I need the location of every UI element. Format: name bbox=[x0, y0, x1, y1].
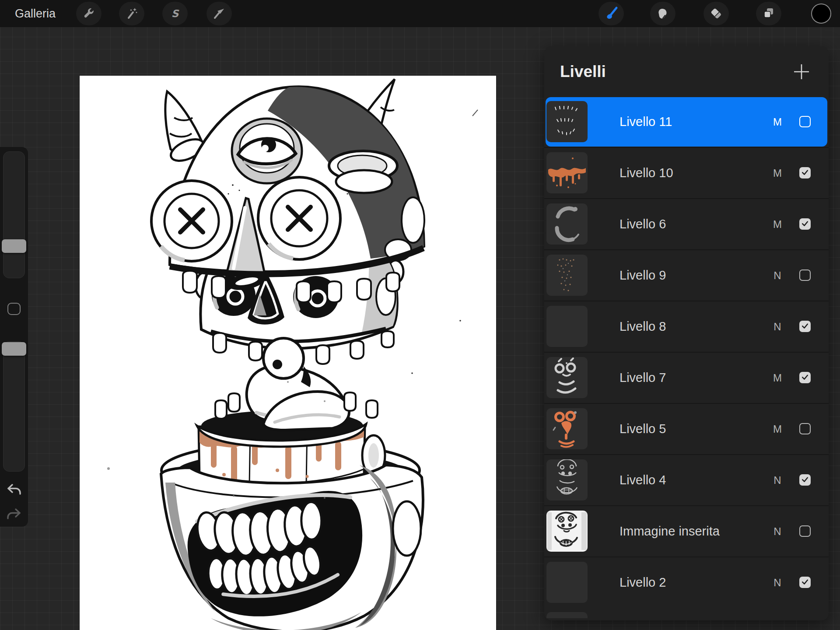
opacity-slider[interactable] bbox=[3, 341, 25, 472]
layer-thumbnail[interactable] bbox=[546, 255, 588, 296]
blend-mode-button[interactable]: M bbox=[765, 97, 790, 147]
undo-button[interactable] bbox=[5, 481, 23, 499]
svg-text:S: S bbox=[172, 8, 179, 19]
layers-panel-title: Livelli bbox=[560, 46, 606, 97]
layer-row-livello-6[interactable]: Livello 6M bbox=[544, 199, 829, 250]
layer-thumbnail[interactable] bbox=[546, 203, 588, 245]
layer-thumbnail[interactable] bbox=[546, 459, 588, 500]
layer-row-livello-11[interactable]: Livello 11M bbox=[544, 97, 829, 148]
add-layer-button[interactable] bbox=[792, 62, 811, 81]
smudge-tool-button[interactable] bbox=[650, 2, 676, 25]
layer-thumbnail[interactable] bbox=[546, 357, 588, 398]
redo-button[interactable] bbox=[5, 506, 23, 523]
procreate-workspace: Galleria S bbox=[0, 0, 840, 630]
visibility-checkbox[interactable] bbox=[799, 167, 811, 178]
layer-name: Livello 2 bbox=[620, 557, 666, 608]
checkmark-icon bbox=[801, 578, 809, 586]
layer-thumbnail bbox=[546, 612, 588, 618]
checkmark-icon bbox=[801, 322, 809, 330]
brush-size-slider-handle[interactable] bbox=[2, 239, 26, 253]
sidebar-controls bbox=[0, 147, 28, 527]
visibility-checkbox[interactable] bbox=[799, 270, 811, 281]
visibility-checkbox[interactable] bbox=[799, 372, 811, 383]
blend-mode-button[interactable]: M bbox=[765, 199, 790, 249]
visibility-checkbox[interactable] bbox=[799, 525, 811, 537]
blend-mode-button[interactable]: M bbox=[765, 148, 790, 198]
selection-s-icon: S bbox=[168, 6, 182, 21]
gallery-button[interactable]: Galleria bbox=[15, 0, 56, 27]
blend-mode-button[interactable]: M bbox=[765, 404, 790, 454]
eraser-icon bbox=[709, 6, 724, 21]
undo-icon bbox=[5, 481, 23, 499]
layer-name: Livello 7 bbox=[620, 353, 666, 403]
visibility-checkbox[interactable] bbox=[799, 218, 811, 230]
layer-row-livello-7[interactable]: Livello 7M bbox=[544, 353, 829, 404]
eraser-tool-button[interactable] bbox=[704, 2, 729, 25]
color-swatch-button[interactable] bbox=[811, 4, 831, 24]
wrench-icon bbox=[81, 6, 96, 21]
blend-mode-button[interactable]: N bbox=[765, 301, 790, 352]
magic-wand-icon bbox=[124, 6, 139, 21]
layers-tool-button[interactable] bbox=[756, 2, 781, 25]
layer-name: Livello 10 bbox=[620, 148, 673, 198]
layer-name: Livello 4 bbox=[620, 455, 666, 505]
layers-list: Livello 11MLivello 10MLivello 6MLivello … bbox=[544, 97, 829, 608]
layer-row-livello-9[interactable]: Livello 9N bbox=[544, 250, 829, 301]
blend-mode-button[interactable]: N bbox=[765, 557, 790, 608]
modify-button[interactable] bbox=[7, 303, 21, 315]
visibility-checkbox[interactable] bbox=[799, 116, 811, 127]
drawing-canvas[interactable] bbox=[80, 76, 496, 630]
visibility-checkbox[interactable] bbox=[799, 577, 811, 588]
visibility-checkbox[interactable] bbox=[799, 321, 811, 332]
redo-icon bbox=[5, 506, 23, 523]
plus-icon bbox=[792, 62, 811, 81]
blend-mode-button[interactable]: N bbox=[765, 455, 790, 505]
layer-name: Livello 9 bbox=[620, 250, 666, 301]
visibility-checkbox[interactable] bbox=[799, 474, 811, 486]
transform-arrow-icon bbox=[212, 6, 227, 21]
layer-row-livello-10[interactable]: Livello 10M bbox=[544, 148, 829, 199]
checkmark-icon bbox=[801, 168, 809, 177]
smudge-finger-icon bbox=[655, 6, 670, 21]
blend-mode-button[interactable]: M bbox=[765, 353, 790, 403]
canvas-artwork bbox=[80, 76, 496, 630]
brush-size-slider[interactable] bbox=[3, 151, 25, 278]
layers-panel-header: Livelli bbox=[544, 46, 829, 97]
layers-panel: Livelli Livello 11MLivello 10MLivello 6M… bbox=[544, 46, 829, 620]
layer-name: Livello 8 bbox=[620, 301, 666, 352]
layer-thumbnail[interactable] bbox=[546, 152, 588, 193]
layer-name: Livello 6 bbox=[620, 199, 666, 249]
checkmark-icon bbox=[801, 373, 809, 382]
layer-row-livello-8[interactable]: Livello 8N bbox=[544, 301, 829, 353]
layer-name: Livello 11 bbox=[620, 97, 672, 147]
opacity-slider-handle[interactable] bbox=[2, 342, 26, 356]
layer-thumbnail[interactable] bbox=[546, 511, 588, 552]
transform-button[interactable] bbox=[206, 2, 232, 25]
layer-thumbnail[interactable] bbox=[546, 408, 588, 449]
layer-row-immagine-inserita[interactable]: Immagine inseritaN bbox=[544, 506, 829, 557]
blend-mode-button[interactable]: N bbox=[765, 250, 790, 301]
layer-row-livello-5[interactable]: Livello 5M bbox=[544, 404, 829, 455]
brush-tool-button[interactable] bbox=[598, 2, 624, 25]
layer-name: Livello 5 bbox=[620, 404, 666, 454]
layer-row-livello-4[interactable]: Livello 4N bbox=[544, 455, 829, 506]
layer-row-partial[interactable] bbox=[544, 608, 829, 617]
layer-name: Immagine inserita bbox=[620, 506, 720, 556]
selection-button[interactable]: S bbox=[162, 2, 188, 25]
actions-button[interactable] bbox=[76, 2, 102, 25]
checkmark-icon bbox=[801, 475, 809, 484]
adjustments-button[interactable] bbox=[119, 2, 144, 25]
top-toolbar: Galleria S bbox=[0, 0, 840, 27]
blend-mode-button[interactable]: N bbox=[765, 506, 790, 556]
visibility-checkbox[interactable] bbox=[799, 423, 811, 434]
layer-thumbnail[interactable] bbox=[546, 562, 588, 603]
layer-row-livello-2[interactable]: Livello 2N bbox=[544, 557, 829, 608]
checkmark-icon bbox=[801, 219, 809, 228]
layer-thumbnail[interactable] bbox=[546, 306, 588, 347]
layer-thumbnail[interactable] bbox=[546, 101, 588, 142]
layers-icon bbox=[761, 6, 776, 21]
paintbrush-icon bbox=[604, 6, 619, 21]
artwork-jaw-bowl-front bbox=[161, 465, 423, 630]
